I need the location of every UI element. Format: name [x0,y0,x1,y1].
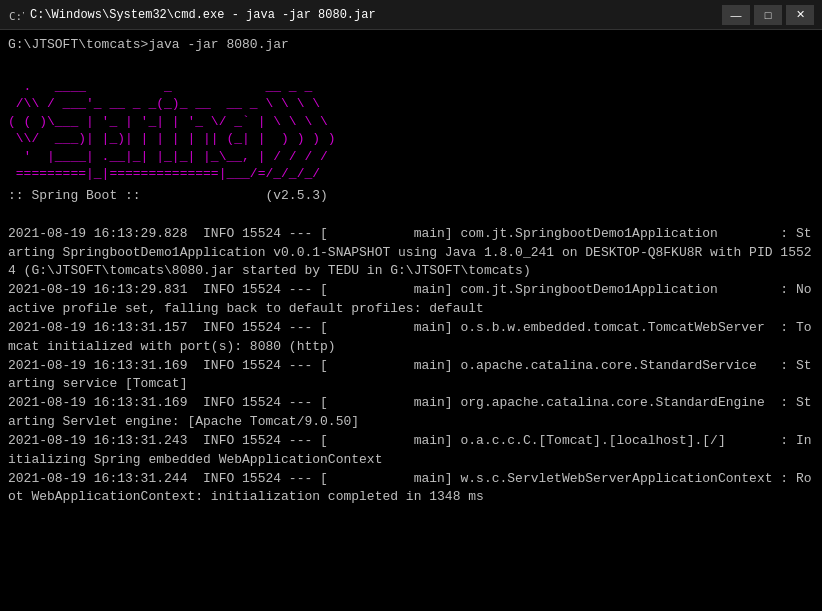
log-line: 2021-08-19 16:13:31.243 INFO 15524 --- [… [8,432,814,470]
maximize-button[interactable]: □ [754,5,782,25]
minimize-button[interactable]: — [722,5,750,25]
blank-line-2 [8,206,814,225]
title-bar-controls: — □ ✕ [722,5,814,25]
cmd-window: C:\ C:\Windows\System32\cmd.exe - java -… [0,0,822,611]
log-line: 2021-08-19 16:13:31.244 INFO 15524 --- [… [8,470,814,508]
prompt-line: G:\JTSOFT\tomcats>java -jar 8080.jar [8,36,814,55]
log-lines-container: 2021-08-19 16:13:29.828 INFO 15524 --- [… [8,225,814,508]
log-line: 2021-08-19 16:13:29.828 INFO 15524 --- [… [8,225,814,282]
title-bar-text: C:\Windows\System32\cmd.exe - java -jar … [30,8,722,22]
close-button[interactable]: ✕ [786,5,814,25]
spring-logo: . ____ _ __ _ _ /\\ / ___'_ __ _ _(_)_ _… [8,78,814,183]
log-line: 2021-08-19 16:13:31.169 INFO 15524 --- [… [8,394,814,432]
log-line: 2021-08-19 16:13:29.831 INFO 15524 --- [… [8,281,814,319]
spring-version-line: :: Spring Boot :: (v2.5.3) [8,187,814,206]
console-output: G:\JTSOFT\tomcats>java -jar 8080.jar . _… [0,30,822,611]
log-line: 2021-08-19 16:13:31.169 INFO 15524 --- [… [8,357,814,395]
log-line: 2021-08-19 16:13:31.157 INFO 15524 --- [… [8,319,814,357]
cmd-icon: C:\ [8,7,24,23]
title-bar: C:\ C:\Windows\System32\cmd.exe - java -… [0,0,822,30]
blank-line-1 [8,55,814,74]
svg-text:C:\: C:\ [9,10,24,23]
